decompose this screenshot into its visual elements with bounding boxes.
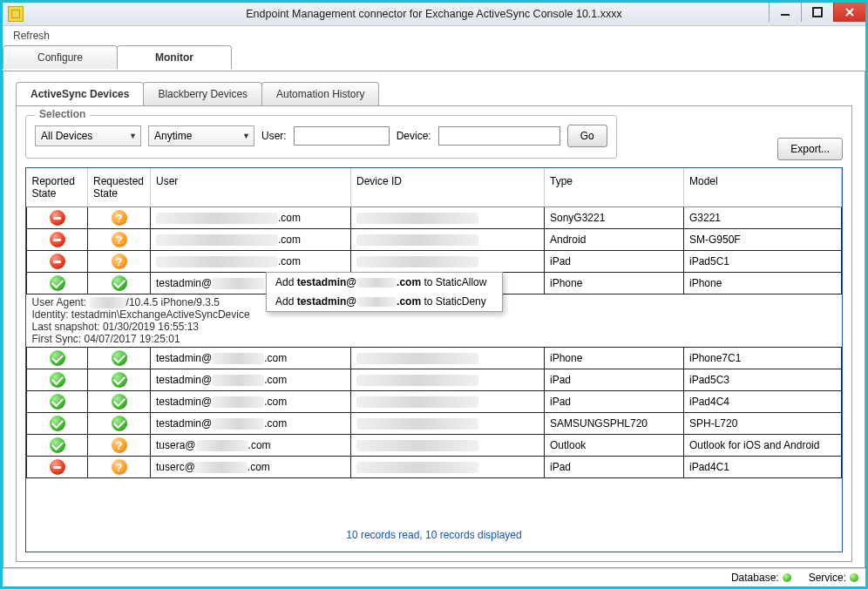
minimize-button[interactable] — [769, 3, 801, 22]
redacted — [90, 297, 126, 308]
redacted — [356, 297, 397, 307]
titlebar: Endpoint Management connector for Exchan… — [3, 3, 865, 26]
redacted — [356, 234, 478, 246]
allow-icon — [50, 275, 65, 291]
redacted — [356, 462, 478, 473]
redacted — [356, 278, 397, 288]
time-filter-combo[interactable]: Anytime▼ — [148, 125, 254, 146]
allow-icon — [50, 394, 65, 410]
redacted — [156, 256, 278, 267]
unknown-icon: ? — [112, 459, 127, 475]
allow-icon — [112, 416, 127, 431]
chevron-down-icon: ▼ — [129, 132, 137, 140]
tab-automation-history[interactable]: Automation History — [261, 82, 379, 105]
chevron-down-icon: ▼ — [242, 132, 250, 140]
table-row[interactable]: testadmin@.comiPadiPad4C4 — [27, 391, 842, 413]
redacted — [156, 234, 278, 246]
redacted — [212, 353, 264, 364]
table-row[interactable]: ?tusera@.comOutlookOutlook for iOS and A… — [27, 435, 842, 457]
allow-icon — [50, 350, 65, 366]
statusbar: Database: Service: — [3, 568, 865, 586]
unknown-icon: ? — [112, 210, 127, 226]
user-input[interactable] — [294, 126, 390, 146]
redacted — [356, 440, 478, 451]
context-menu: Add testadmin@.com to StaticAllow Add te… — [266, 272, 503, 312]
maximize-button[interactable] — [801, 3, 833, 22]
menu-refresh[interactable]: Refresh — [8, 28, 55, 44]
allow-icon — [112, 275, 127, 291]
redacted — [212, 396, 264, 408]
table-row[interactable]: testadmin@.comiPadiPad5C3 — [27, 369, 842, 391]
window-title: Endpoint Management connector for Exchan… — [3, 8, 865, 20]
redacted — [356, 256, 478, 267]
tab-blackberry-devices[interactable]: Blackberry Devices — [143, 82, 262, 105]
redacted — [356, 396, 478, 408]
sub-tabstrip: ActiveSync Devices Blackberry Devices Au… — [16, 82, 852, 105]
allow-icon — [50, 437, 65, 453]
redacted — [156, 213, 278, 224]
menubar: Refresh — [3, 26, 865, 45]
status-database-indicator — [783, 573, 791, 582]
deny-icon — [50, 254, 65, 269]
device-grid: Reported State Requested State User Devi… — [25, 167, 843, 552]
allow-icon — [50, 372, 65, 388]
redacted — [212, 278, 264, 289]
table-row[interactable]: ?.comiPadiPad5C1 — [27, 251, 842, 273]
tab-configure[interactable]: Configure — [3, 45, 118, 69]
selection-legend: Selection — [35, 108, 90, 120]
unknown-icon: ? — [112, 254, 127, 269]
col-requested-state[interactable]: Requested State — [88, 168, 151, 207]
redacted — [212, 418, 264, 430]
deny-icon — [50, 232, 65, 247]
status-service-label: Service: — [809, 572, 846, 584]
status-database-label: Database: — [731, 572, 779, 584]
ctx-add-static-deny[interactable]: Add testadmin@.com to StaticDeny — [267, 292, 502, 311]
svg-rect-1 — [813, 8, 822, 17]
device-filter-combo[interactable]: All Devices▼ — [35, 125, 141, 146]
col-user[interactable]: User — [151, 168, 351, 207]
redacted — [356, 375, 478, 386]
col-device-id[interactable]: Device ID — [351, 168, 545, 207]
app-window: Endpoint Management connector for Exchan… — [0, 0, 868, 589]
redacted — [356, 213, 478, 224]
window-buttons — [769, 3, 865, 22]
table-row[interactable]: ?.comAndroidSM-G950F — [27, 229, 842, 251]
device-label: Device: — [397, 130, 431, 142]
ctx-add-static-allow[interactable]: Add testadmin@.com to StaticAllow — [267, 273, 502, 292]
redacted — [195, 462, 248, 473]
allow-icon — [112, 394, 127, 410]
export-button[interactable]: Export... — [777, 138, 843, 160]
user-label: User: — [261, 130, 287, 142]
deny-icon — [50, 210, 65, 226]
monitor-pane: ActiveSync Devices Blackberry Devices Au… — [3, 71, 865, 568]
col-model[interactable]: Model — [684, 168, 842, 207]
go-button[interactable]: Go — [567, 125, 607, 147]
tab-activesync-devices[interactable]: ActiveSync Devices — [16, 82, 144, 105]
table-row[interactable]: testadmin@.comSAMSUNGSPHL720SPH-L720 — [27, 413, 842, 435]
unknown-icon: ? — [112, 232, 127, 247]
col-reported-state[interactable]: Reported State — [27, 168, 88, 207]
table-row[interactable]: ?.comSonyG3221G3221 — [27, 207, 842, 229]
redacted — [356, 353, 478, 364]
allow-icon — [112, 372, 127, 388]
deny-icon — [50, 459, 65, 475]
table-row[interactable]: testadmin@.comiPhoneiPhone7C1 — [27, 348, 842, 369]
app-icon — [8, 6, 24, 22]
grid-footer: 10 records read, 10 records displayed — [26, 522, 842, 548]
grid-header-row: Reported State Requested State User Devi… — [27, 168, 842, 207]
activesync-pane: Selection All Devices▼ Anytime▼ User: De… — [16, 105, 852, 562]
redacted — [196, 440, 248, 451]
table-row[interactable]: ?tuserc@.comiPadiPad4C1 — [27, 457, 842, 478]
device-input[interactable] — [438, 126, 560, 146]
tab-monitor[interactable]: Monitor — [117, 45, 232, 69]
selection-group: Selection All Devices▼ Anytime▼ User: De… — [25, 115, 617, 159]
redacted — [212, 375, 264, 386]
unknown-icon: ? — [112, 437, 127, 453]
main-tabstrip: Configure Monitor — [3, 45, 865, 71]
status-service-indicator — [850, 573, 858, 582]
svg-rect-0 — [781, 14, 790, 16]
close-button[interactable] — [833, 3, 865, 22]
col-type[interactable]: Type — [545, 168, 684, 207]
redacted — [356, 418, 478, 430]
allow-icon — [50, 416, 65, 431]
